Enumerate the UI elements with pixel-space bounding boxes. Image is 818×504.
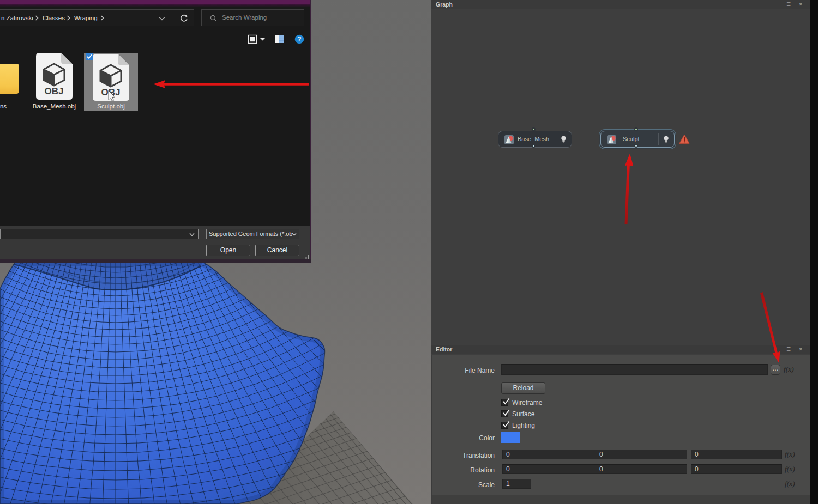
- svg-text:OBJ: OBJ: [45, 86, 64, 96]
- svg-text:?: ?: [297, 35, 301, 43]
